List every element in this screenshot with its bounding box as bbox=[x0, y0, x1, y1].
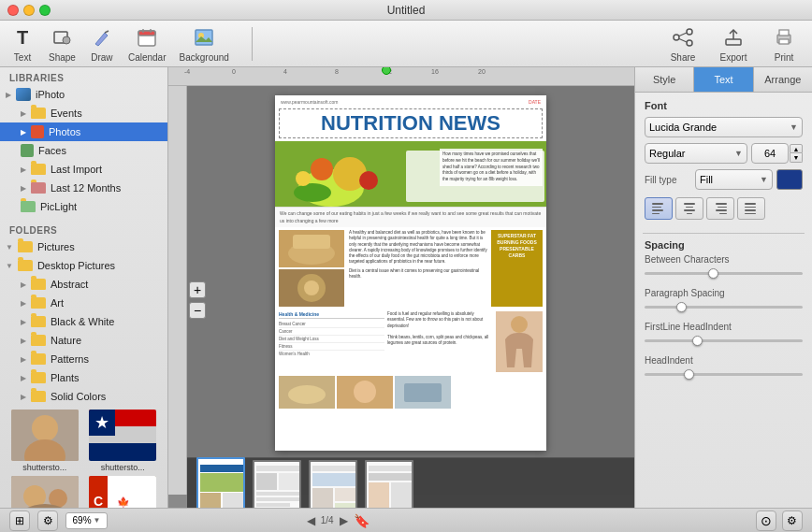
prev-page-button[interactable]: ◀ bbox=[305, 512, 317, 529]
svg-rect-61 bbox=[200, 473, 245, 492]
next-page-button[interactable]: ▶ bbox=[338, 512, 350, 529]
triangle-icon: ▶ bbox=[21, 337, 26, 345]
sidebar-item-events[interactable]: ▶ Events bbox=[0, 104, 167, 122]
align-right-button[interactable] bbox=[706, 197, 734, 220]
settings-button[interactable]: ⚙ bbox=[37, 510, 58, 531]
thumb-label-1: shuttersto... bbox=[22, 463, 66, 472]
slider-knob[interactable] bbox=[708, 268, 718, 279]
sidebar-item-abstract[interactable]: ▶ Abstract bbox=[0, 275, 167, 294]
footer-images bbox=[275, 374, 546, 410]
sidebar-item-art[interactable]: ▶ Art bbox=[0, 294, 167, 312]
sidebar-item-desktop[interactable]: ▼ Desktop Pictures bbox=[0, 256, 167, 275]
calendar-icon bbox=[134, 24, 160, 50]
sidebar-item-nature[interactable]: ▶ Nature bbox=[0, 331, 167, 350]
font-style-value: Regular bbox=[649, 148, 686, 159]
panel-toggle-button[interactable]: ⊞ bbox=[9, 510, 30, 531]
svg-rect-58 bbox=[404, 383, 442, 402]
svg-rect-67 bbox=[279, 473, 301, 490]
paragraph-spacing-slider[interactable] bbox=[645, 301, 803, 314]
sidebar-item-pictures[interactable]: ▼ Pictures bbox=[0, 237, 167, 256]
sidebar-item-iphoto[interactable]: ▶ iPhoto bbox=[0, 85, 167, 104]
tab-arrange[interactable]: Arrange bbox=[754, 67, 812, 92]
zoom-out-button[interactable]: − bbox=[189, 302, 206, 319]
align-center-button[interactable] bbox=[675, 197, 703, 220]
tool-print-label: Print bbox=[775, 52, 794, 63]
tool-print[interactable]: Print bbox=[765, 24, 803, 63]
bookmark-button[interactable]: 🔖 bbox=[354, 513, 370, 528]
sidebar-item-plants[interactable]: ▶ Plants bbox=[0, 368, 167, 387]
sidebar-item-blackwhite[interactable]: ▶ Black & White bbox=[0, 312, 167, 331]
sidebar-art-label: Art bbox=[51, 297, 64, 309]
thumbnail-2[interactable]: ★ shuttersto... bbox=[86, 410, 161, 472]
sidebar-item-faces[interactable]: Faces bbox=[0, 141, 167, 160]
panel-tabs: Style Text Arrange bbox=[635, 67, 812, 93]
close-button[interactable] bbox=[7, 5, 19, 16]
align-buttons bbox=[645, 197, 803, 220]
sidebar-item-solidcolors[interactable]: ▶ Solid Colors bbox=[0, 387, 167, 406]
folders-title: FOLDERS bbox=[0, 220, 167, 237]
slider-track bbox=[645, 306, 803, 309]
zoom-input[interactable]: 69% ▼ bbox=[65, 512, 108, 529]
page-info: 1/4 bbox=[321, 515, 334, 525]
gear-button[interactable]: ⚙ bbox=[782, 510, 803, 531]
tool-calendar[interactable]: Calendar bbox=[128, 24, 167, 63]
align-left-button[interactable] bbox=[645, 197, 673, 220]
sidebar-item-photos[interactable]: ▶ Photos bbox=[0, 122, 167, 141]
tab-text[interactable]: Text bbox=[694, 67, 753, 92]
text-icon: T bbox=[9, 24, 36, 50]
spacing-title: Spacing bbox=[645, 239, 803, 251]
title-container[interactable]: NUTRITION NEWS bbox=[279, 108, 543, 138]
tool-draw[interactable]: Draw bbox=[89, 24, 115, 63]
website-url: www.pearmountainsoft.com bbox=[281, 99, 338, 105]
folder-icon bbox=[31, 316, 46, 327]
tool-shape[interactable]: Shape bbox=[49, 24, 76, 63]
tool-calendar-label: Calendar bbox=[128, 52, 167, 63]
firstline-slider[interactable] bbox=[645, 335, 803, 348]
hero-image: How many times have we promised ourselve… bbox=[275, 141, 546, 207]
between-chars-slider[interactable] bbox=[645, 267, 803, 280]
content-area: A healthy and balanced diet as well as p… bbox=[275, 227, 546, 309]
color-swatch[interactable] bbox=[776, 169, 803, 190]
svg-point-43 bbox=[296, 171, 311, 186]
align-justify-button[interactable] bbox=[737, 197, 765, 220]
font-family-select[interactable]: Lucida Grande ▼ bbox=[645, 117, 803, 137]
slider-knob[interactable] bbox=[684, 369, 694, 380]
slider-knob[interactable] bbox=[676, 302, 687, 312]
svg-rect-79 bbox=[369, 473, 413, 481]
tab-style[interactable]: Style bbox=[635, 67, 694, 92]
sidebar-patterns-label: Patterns bbox=[51, 353, 89, 365]
zoom-in-button[interactable]: + bbox=[189, 281, 206, 298]
tool-share-label: Share bbox=[671, 52, 696, 63]
sidebar-item-last12[interactable]: ▶ Last 12 Months bbox=[0, 179, 167, 197]
triangle-icon: ▼ bbox=[6, 262, 13, 270]
size-decrement-button[interactable]: ▼ bbox=[790, 153, 803, 163]
svg-rect-7 bbox=[196, 30, 212, 45]
thumbnail-1[interactable]: shuttersto... bbox=[7, 410, 82, 472]
ruler-top: -4 0 4 8 12 16 20 bbox=[168, 67, 634, 86]
fill-type-select[interactable]: Fill ▼ bbox=[695, 169, 773, 190]
size-increment-button[interactable]: ▲ bbox=[790, 144, 803, 153]
headindent-slider[interactable] bbox=[645, 368, 803, 381]
sidebar-item-patterns[interactable]: ▶ Patterns bbox=[0, 350, 167, 368]
tool-text[interactable]: T Text bbox=[9, 24, 36, 63]
maximize-button[interactable] bbox=[39, 5, 51, 16]
accessibility-button[interactable]: ⊙ bbox=[756, 510, 776, 531]
sidebar-item-lastimport[interactable]: ▶ Last Import bbox=[0, 160, 167, 179]
svg-text:C: C bbox=[94, 494, 103, 509]
libraries-title: LIBRARIES bbox=[0, 67, 167, 85]
tool-export[interactable]: Export bbox=[715, 24, 752, 63]
font-size-input[interactable]: 64 bbox=[751, 143, 789, 164]
page-header: www.pearmountainsoft.com DATE bbox=[275, 95, 546, 107]
tool-share[interactable]: Share bbox=[664, 24, 702, 63]
font-style-select[interactable]: Regular ▼ bbox=[645, 143, 747, 164]
sidebar-item-piclight[interactable]: PicLight bbox=[0, 197, 167, 216]
tool-background[interactable]: Background bbox=[180, 24, 229, 63]
svg-point-10 bbox=[674, 35, 679, 40]
chevron-down-icon: ▼ bbox=[734, 149, 743, 158]
footer-img-3 bbox=[395, 376, 451, 409]
minimize-button[interactable] bbox=[23, 5, 35, 16]
headindent-label: HeadIndent bbox=[645, 355, 803, 366]
window-controls[interactable] bbox=[7, 5, 51, 16]
slider-knob[interactable] bbox=[692, 336, 703, 346]
sidebar-lastimport-label: Last Import bbox=[51, 164, 102, 175]
